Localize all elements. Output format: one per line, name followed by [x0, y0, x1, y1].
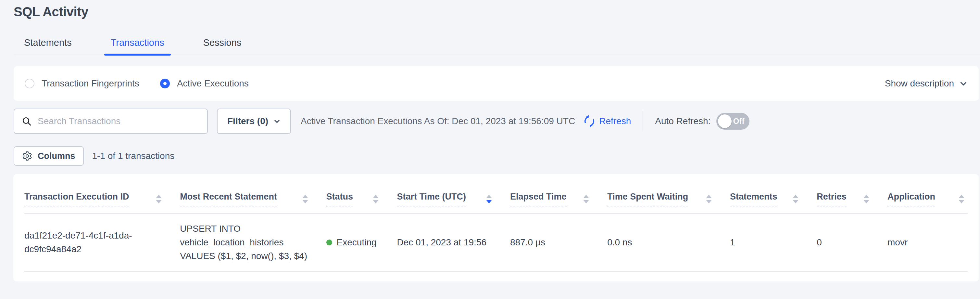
controls-row: Filters (0) Active Transaction Execution… [14, 109, 980, 134]
as-of-timestamp: Active Transaction Executions As Of: Dec… [301, 116, 575, 126]
results-count: 1-1 of 1 transactions [92, 151, 175, 161]
sort-icon [156, 195, 162, 203]
columns-button-label: Columns [38, 151, 75, 161]
tab-transactions[interactable]: Transactions [107, 37, 168, 54]
column-header-most-recent-statement[interactable]: Most Recent Statement [180, 174, 326, 213]
cell-elapsed-time: 887.0 µs [510, 213, 607, 272]
tab-sessions[interactable]: Sessions [199, 37, 245, 54]
show-description-toggle[interactable]: Show description [885, 78, 968, 89]
chevron-down-icon [274, 118, 280, 125]
cell-start-time: Dec 01, 2023 at 19:56 [397, 213, 510, 272]
filters-button-label: Filters (0) [227, 116, 268, 126]
cell-most-recent-statement: UPSERT INTO vehicle_location_histories V… [180, 213, 326, 272]
radio-label: Transaction Fingerprints [41, 78, 139, 89]
filters-button[interactable]: Filters (0) [217, 109, 291, 134]
search-icon [21, 116, 32, 126]
sort-icon [793, 195, 799, 203]
sort-icon [706, 195, 712, 203]
sort-icon-active-desc [486, 195, 492, 203]
search-box [14, 109, 208, 134]
radio-label: Active Executions [177, 78, 249, 89]
cell-transaction-execution-id: da1f21e2-de71-4c1f-a1da-dc9fc94a84a2 [24, 213, 180, 272]
tab-bar: Statements Transactions Sessions [14, 37, 980, 55]
column-header-statements[interactable]: Statements [730, 174, 817, 213]
sort-icon [583, 195, 589, 203]
refresh-button[interactable]: Refresh [584, 115, 631, 127]
tab-statements[interactable]: Statements [20, 37, 76, 54]
sort-icon [864, 195, 869, 203]
sort-icon [302, 195, 308, 203]
table-row: da1f21e2-de71-4c1f-a1da-dc9fc94a84a2 UPS… [24, 213, 968, 272]
sort-icon [373, 195, 379, 203]
toggle-knob [718, 114, 732, 128]
view-mode-radio-group: Transaction Fingerprints Active Executio… [25, 78, 249, 89]
cell-status: Executing [326, 213, 397, 272]
status-executing-dot-icon [326, 240, 332, 245]
column-header-transaction-execution-id[interactable]: Transaction Execution ID [24, 174, 180, 213]
show-description-label: Show description [885, 78, 954, 89]
transactions-table: Transaction Execution ID Most Recent Sta… [24, 174, 968, 272]
search-input[interactable] [38, 116, 200, 126]
chevron-down-icon [959, 79, 968, 88]
auto-refresh-label: Auto Refresh: [655, 116, 711, 126]
column-header-application[interactable]: Application [888, 174, 968, 213]
view-mode-card: Transaction Fingerprints Active Executio… [14, 66, 979, 101]
column-header-time-spent-waiting[interactable]: Time Spent Waiting [607, 174, 730, 213]
refresh-icon [584, 115, 595, 127]
columns-button[interactable]: Columns [14, 146, 84, 166]
vertical-divider [643, 111, 643, 132]
column-header-retries[interactable]: Retries [817, 174, 888, 213]
toggle-state-label: Off [733, 117, 745, 126]
cell-statements: 1 [730, 213, 817, 272]
radio-circle-selected-icon [160, 78, 170, 88]
gear-icon [22, 151, 32, 161]
transactions-table-card: Transaction Execution ID Most Recent Sta… [13, 174, 979, 281]
sort-icon [959, 195, 964, 203]
column-header-status[interactable]: Status [326, 174, 397, 213]
auto-refresh-toggle[interactable]: Off [716, 113, 749, 130]
table-toolbar: Columns 1-1 of 1 transactions [14, 146, 980, 166]
radio-circle-icon [25, 78, 34, 88]
refresh-label: Refresh [599, 116, 631, 126]
cell-time-spent-waiting: 0.0 ns [607, 213, 730, 272]
table-header-row: Transaction Execution ID Most Recent Sta… [24, 174, 968, 213]
status-label: Executing [337, 236, 377, 249]
sql-activity-page: SQL Activity Statements Transactions Ses… [0, 5, 980, 281]
cell-application: movr [888, 213, 968, 272]
page-title: SQL Activity [14, 5, 980, 19]
cell-retries: 0 [817, 213, 888, 272]
column-header-start-time[interactable]: Start Time (UTC) [397, 174, 510, 213]
column-header-elapsed-time[interactable]: Elapsed Time [510, 174, 607, 213]
radio-transaction-fingerprints[interactable]: Transaction Fingerprints [25, 78, 139, 89]
radio-active-executions[interactable]: Active Executions [160, 78, 249, 89]
